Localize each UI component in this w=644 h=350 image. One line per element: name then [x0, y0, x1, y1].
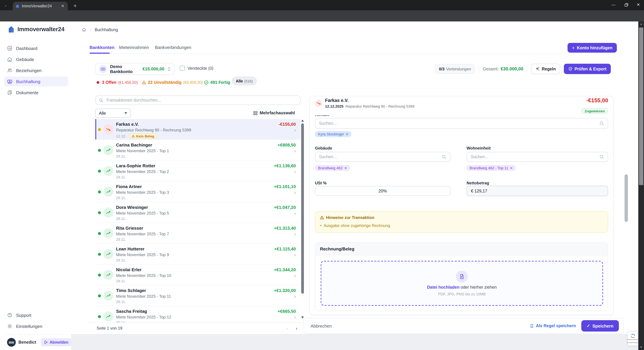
building-tag[interactable]: Brandlweg 462 ✕ — [315, 165, 350, 171]
home-icon[interactable] — [82, 27, 86, 32]
logout-button[interactable]: Abmelden — [41, 338, 71, 346]
tab-close-icon[interactable]: ✕ — [60, 4, 65, 8]
account-stepper-icon[interactable] — [167, 66, 171, 71]
sidebar-divider — [4, 335, 68, 335]
unit-search-input[interactable] — [470, 155, 597, 159]
tab-bankkonten[interactable]: Bankkonten — [90, 45, 114, 50]
list-scrollbar[interactable] — [301, 123, 304, 294]
browser-scrollbar[interactable]: ▲ ▼ — [638, 21, 644, 350]
transaction-row[interactable]: Fiona Artner Miete November 2025 - Top 3… — [95, 181, 300, 202]
transaction-amount: +€1.115,40 — [274, 246, 296, 251]
transaction-row[interactable]: Carina Bachinger Miete November 2025 - T… — [95, 140, 300, 161]
net-amount-field[interactable] — [466, 186, 608, 196]
unit-tag[interactable]: Brandlweg 462 - Top 11 ✕ — [466, 165, 516, 171]
transaction-meta: 29.11. — [116, 217, 126, 221]
browser-scrollbar-thumb[interactable] — [639, 27, 643, 185]
filter-select[interactable]: Alle — [95, 109, 131, 118]
filter-offen-label: 3 Offen — [102, 80, 116, 85]
net-amount-input[interactable] — [471, 189, 604, 193]
building-search-field[interactable] — [315, 152, 450, 162]
bank-account-selector[interactable]: Demo Bankkonto €15.000,00 — [95, 63, 174, 75]
app-logo[interactable]: Immoverwalter24 — [8, 25, 64, 33]
save-button[interactable]: ✓ Speichern — [581, 320, 619, 332]
sidebar-item-einstellungen[interactable]: Einstellungen — [4, 321, 68, 331]
scroll-down-icon[interactable]: ▼ — [640, 346, 643, 349]
transaction-detail-panel: Farkas e.V. 12.12.2025 Reparatur Reichlw… — [309, 96, 614, 315]
unit-search-field[interactable] — [466, 152, 608, 162]
add-account-button[interactable]: + Konto hinzufügen — [568, 43, 617, 53]
rules-button[interactable]: Regeln — [531, 64, 560, 74]
filter-fertig[interactable]: 491 Fertig — [204, 80, 230, 85]
transaction-amount: +€1.139,60 — [274, 163, 296, 168]
sidebar-item-support[interactable]: Support — [4, 310, 68, 320]
building-icon — [7, 57, 12, 62]
status-dot-icon — [98, 315, 101, 318]
remove-tag-icon[interactable]: ✕ — [344, 166, 347, 170]
transaction-row[interactable]: Farkas e.V. Reparatur Reichlweg 90 - Rec… — [95, 119, 300, 140]
window-close-button[interactable]: ✕ — [632, 0, 644, 9]
multiselect-toggle[interactable]: Mehrfachauswahl — [253, 111, 295, 115]
chevron-down-icon — [124, 112, 127, 114]
filter-unvollstaendig-label: 22 Unvollständig — [148, 80, 182, 85]
contact-search-input[interactable] — [319, 121, 597, 126]
contact-tag[interactable]: Kyra Stockinger ✕ — [315, 131, 352, 137]
transaction-row[interactable]: Lara-Sophie Rotter Miete November 2025 -… — [95, 161, 300, 181]
user-avatar[interactable]: BW — [7, 338, 16, 347]
vat-select[interactable]: 20% — [315, 186, 450, 196]
sidebar-item-beziehungen[interactable]: Beziehungen — [4, 65, 68, 75]
cancel-button[interactable]: Abbrechen — [310, 323, 332, 328]
checkbox-icon[interactable] — [180, 66, 185, 71]
sidebar-item-gebaeude[interactable]: Gebäude — [4, 54, 68, 64]
tab-bankverbindungen[interactable]: Bankverbindungen — [155, 45, 191, 50]
page-prev-button[interactable]: ‹ — [284, 325, 291, 332]
trend-icon — [103, 124, 113, 134]
transaction-name: Farkas e.V. — [116, 122, 139, 127]
list-scroll-up-icon[interactable] — [301, 120, 304, 122]
transaction-row[interactable]: Nicolai Erler Miete November 2025 - Top … — [95, 265, 300, 285]
browser-tab[interactable]: ImmoVerwalter24 ✕ — [13, 2, 68, 10]
filter-unvollstaendig[interactable]: 22 Unvollständig (€6.808,00) — [142, 80, 203, 85]
new-tab-button[interactable]: + — [71, 2, 79, 10]
file-dropzone[interactable]: Datei hochladen oder hierher ziehen PDF,… — [321, 261, 603, 306]
contact-search-field[interactable] — [315, 118, 608, 129]
scroll-up-icon[interactable]: ▲ — [640, 22, 643, 26]
sidebar-item-dokumente[interactable]: Dokumente — [4, 87, 68, 98]
transaction-amount: +€1.313,40 — [274, 226, 296, 231]
transaction-date: 29.11. — [116, 196, 126, 200]
remove-tag-icon[interactable]: ✕ — [346, 132, 348, 136]
transaction-row[interactable]: Dora Wiesinger Miete November 2025 - Top… — [95, 202, 300, 223]
transaction-row[interactable]: Timo Schlager Miete November 2025 - Top … — [95, 285, 300, 306]
user-name: Benedict — [18, 340, 36, 345]
filter-offen[interactable]: 3 Offen (€1.456,50) — [96, 80, 138, 85]
transaction-search[interactable] — [95, 95, 300, 105]
tab-mieteinnahmen[interactable]: Mieteinnahmen — [119, 45, 149, 50]
page-next-button[interactable]: › — [293, 325, 300, 332]
trend-icon — [103, 270, 113, 280]
transaction-amount: -€155,00 — [278, 122, 296, 127]
transaction-search-input[interactable] — [106, 98, 297, 103]
panel-scrollbar[interactable] — [624, 174, 628, 222]
window-restore-button[interactable] — [620, 0, 632, 9]
transaction-row[interactable]: Sascha Freitag Miete November 2025 - Top… — [95, 306, 300, 323]
transaction-desc: Miete November 2025 - Top 12 — [116, 315, 171, 320]
save-as-rule-button[interactable]: Als Regel speichern — [530, 324, 576, 328]
remove-tag-icon[interactable]: ✕ — [510, 166, 513, 170]
status-dot-icon — [98, 170, 101, 173]
transaction-row[interactable]: Rita Griesser Miete November 2025 - Top … — [95, 223, 300, 244]
tab-search-chevron-icon[interactable]: ⌄ — [3, 3, 9, 8]
window-minimize-button[interactable]: — — [608, 0, 619, 9]
hidden-accounts-checkbox[interactable]: Versteckte (0) — [180, 66, 213, 71]
building-search-input[interactable] — [319, 155, 439, 159]
upload-link[interactable]: Datei hochladen — [427, 285, 459, 290]
banknote-icon — [7, 79, 12, 84]
warning-triangle-icon — [131, 134, 135, 138]
check-export-button[interactable]: Prüfen & Export — [564, 64, 611, 74]
sidebar-item-label: Einstellungen — [16, 324, 42, 329]
filter-alle[interactable]: Alle (516) — [232, 77, 256, 85]
sidebar-item-dashboard[interactable]: Dashboard — [4, 43, 68, 53]
unit-label: Wohneinheit — [466, 146, 491, 151]
recaptcha-badge[interactable]: Datenschutzerklärung - Nutzungsbedingung… — [628, 332, 638, 346]
transaction-name: Lara-Sophie Rotter — [116, 163, 155, 168]
sidebar-item-buchhaltung[interactable]: Buchhaltung — [4, 76, 68, 86]
transaction-row[interactable]: Lean Hutterer Miete November 2025 - Top … — [95, 244, 300, 265]
